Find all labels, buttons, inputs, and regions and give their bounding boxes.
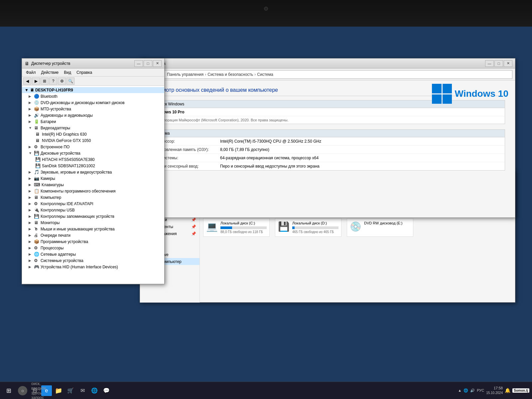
ram-value: 8,00 ГБ (7,89 ГБ доступно) — [220, 147, 501, 152]
usb-label: Контроллеры USB — [41, 208, 75, 212]
bluetooth-label: Bluetooth — [41, 94, 58, 99]
tree-item-audio[interactable]: ▶ 🔊 Аудиовходы и аудиовыходы — [22, 112, 164, 118]
hid-icon: 🎮 — [34, 264, 39, 269]
mail-icon[interactable]: ✉ — [77, 385, 88, 396]
monitors-expand: ▶ — [29, 221, 33, 224]
store-icon[interactable]: 🛒 — [65, 385, 76, 396]
win-square-br — [443, 94, 452, 104]
mtd-expand: ▶ — [29, 107, 33, 111]
computer-icon: 🖥 — [30, 88, 34, 92]
sandisk-icon: 💾 — [35, 163, 41, 168]
monitors-label: Мониторы — [41, 220, 60, 225]
tree-item-mice[interactable]: ▶ 🖱 Мыши и иные указывающие устройства — [22, 226, 164, 232]
pen-value: Перо и сенсорный ввод недоступны для это… — [220, 164, 501, 169]
tree-item-video[interactable]: ▼ 🖥 Видеоадаптеры — [22, 125, 164, 131]
storage-label: Контроллеры запоминающих устройств — [41, 214, 114, 219]
tree-item-sysdev[interactable]: ▶ ⚙ Системные устройства — [22, 257, 164, 264]
print-icon: 🖨 — [34, 233, 39, 238]
browser-icon[interactable]: 🌐 — [89, 385, 100, 396]
forward-button[interactable]: ▶ — [32, 77, 40, 85]
tree-subitem-hitachi[interactable]: 💾 HITACHI HTS54S050A7E380 — [22, 156, 164, 163]
drive-d-info: Локальный диск (D:) 465 ГБ свободно из 4… — [292, 221, 338, 234]
tree-item-bluetooth[interactable]: ▶ 🔵 Bluetooth — [22, 93, 164, 99]
tree-item-hid[interactable]: ▶ 🎮 Устройства HID (Human Interface Devi… — [22, 264, 164, 270]
processor-row: Процессор: Intel(R) Core(TM) i5-7300HQ C… — [150, 137, 505, 146]
tree-item-processors[interactable]: ▶ ⚙ Процессоры — [22, 245, 164, 251]
menu-help[interactable]: Справка — [74, 69, 95, 75]
sys-close[interactable]: ✕ — [504, 60, 512, 67]
tree-item-battery[interactable]: ▶ 🔋 Батареи — [22, 118, 164, 125]
tree-item-disk[interactable]: ▼ 💾 Дисковые устройства — [22, 150, 164, 156]
device-manager-window: 🖥 Диспетчер устройств — □ ✕ Файл Действи… — [22, 58, 165, 284]
system-addressbar: ◀ ↻ Панель управления › Система и безопа… — [140, 68, 515, 80]
battery-icon: 🔋 — [34, 119, 39, 124]
toolbar-btn-4[interactable]: 🔍 — [66, 77, 74, 85]
tree-item-softdev[interactable]: ▶ 📦 Программные устройства — [22, 238, 164, 245]
tree-item-keyboard[interactable]: ▶ ⌨ Клавиатуры — [22, 182, 164, 188]
tree-item-dvd[interactable]: ▶ 💿 DVD-дисководы и дисководы компакт-ди… — [22, 99, 164, 106]
toolbar-btn-1[interactable]: ⊞ — [41, 77, 49, 85]
drive-e[interactable]: 💿 DVD RW дисковод (E:) — [347, 218, 413, 237]
pen-row: Перо и сенсорный ввод: Перо и сенсорный … — [150, 162, 505, 170]
system-address-box[interactable]: Панель управления › Система и безопаснос… — [164, 70, 512, 79]
search-taskbar-placeholder: оиск, введите здесь запрос — [31, 381, 46, 399]
drive-e-icon: 💿 — [350, 221, 361, 232]
cortana-button[interactable]: ○ — [18, 386, 27, 395]
tree-subitem-sandisk[interactable]: 💾 SanDisk SDBSNAT128G1002 — [22, 163, 164, 169]
menu-file[interactable]: Файл — [23, 69, 39, 75]
net-label: Сетевые адаптеры — [41, 252, 76, 257]
camera-label: Камеры — [41, 176, 55, 181]
camera-icon: 📷 — [34, 176, 39, 181]
minimize-button[interactable]: — — [134, 60, 143, 67]
sound-icon: 🎵 — [34, 170, 39, 175]
tree-item-firmware[interactable]: ▶ ⚙ Встроенное ПО — [22, 144, 164, 150]
drive-c-space: 88,0 ГБ свободно из 118 ГБ — [220, 230, 267, 234]
drive-c-info: Локальный диск (C:) 88,0 ГБ свободно из … — [220, 221, 267, 234]
keyboard-icon: ⌨ — [34, 182, 40, 187]
desktop: 🖥 Диспетчер устройств — □ ✕ Файл Действи… — [0, 27, 532, 399]
chat-icon[interactable]: 💬 — [101, 385, 112, 396]
tree-root-computer[interactable]: ▼ 🖥 DESKTOP-LH10FR9 — [22, 87, 164, 93]
tree-item-mtd[interactable]: ▶ 📦 MTD-устройства — [22, 106, 164, 112]
windows-copyright-row: © Корпорация Майкрософт (Microsoft Corpo… — [150, 116, 505, 124]
sys-restore[interactable]: □ — [494, 60, 503, 67]
menu-view[interactable]: Вид — [61, 69, 74, 75]
tree-item-computer[interactable]: ▶ 🖥 Компьютер — [22, 194, 164, 200]
notification-button[interactable]: 🔔 — [505, 388, 510, 393]
firmware-expand: ▶ — [29, 145, 33, 149]
laptop-bezel — [0, 0, 532, 27]
tree-item-ide[interactable]: ▶ ⚙ Контроллеры IDE ATA/ATAPI — [22, 200, 164, 207]
toolbar-btn-3[interactable]: ⚙ — [58, 77, 66, 85]
tree-item-storage[interactable]: ▶ 💾 Контроллеры запоминающих устройств — [22, 213, 164, 219]
mice-icon: 🖱 — [34, 226, 39, 231]
sys-minimize[interactable]: — — [485, 60, 494, 67]
windows-copyright: © Корпорация Майкрософт (Microsoft Corpo… — [154, 118, 501, 122]
start-button[interactable]: ⊞ — [3, 385, 14, 396]
menu-action[interactable]: Действие — [39, 69, 62, 75]
tree-item-sound[interactable]: ▶ 🎵 Звуковые, игровые и видеоустройства — [22, 169, 164, 175]
restore-button[interactable]: □ — [144, 60, 152, 67]
tree-item-print[interactable]: ▶ 🖨 Очереди печати — [22, 232, 164, 238]
drive-d[interactable]: 💾 Локальный диск (D:) 465 ГБ свободно из… — [275, 218, 341, 237]
tree-item-usb[interactable]: ▶ 🔌 Контроллеры USB — [22, 207, 164, 213]
pin-icon-docs: 📌 — [191, 224, 196, 229]
file-explorer-taskbar-icon[interactable]: 📁 — [53, 385, 64, 396]
battery-expand: ▶ — [29, 120, 33, 123]
keyboard-label: Клавиатуры — [42, 183, 64, 187]
close-button[interactable]: ✕ — [153, 60, 162, 67]
tree-item-monitors[interactable]: ▶ 🖥 Мониторы — [22, 219, 164, 226]
drive-d-name: Локальный диск (D:) — [292, 221, 338, 225]
tree-item-network[interactable]: ▶ 🌐 Сетевые адаптеры — [22, 251, 164, 257]
audio-icon: 🔊 — [34, 113, 39, 118]
tree-subitem-nvidia-gpu[interactable]: 🖥 NVIDIA GeForce GTX 1050 — [22, 137, 164, 144]
toolbar-btn-2[interactable]: ? — [49, 77, 57, 85]
taskbar-arrow-up[interactable]: ▲ — [458, 388, 462, 392]
drive-e-name: DVD RW дисковод (E:) — [364, 221, 410, 225]
drive-c[interactable]: 💻 Локальный диск (C:) 88,0 ГБ свободно и… — [203, 218, 270, 237]
tree-subitem-intel-gpu[interactable]: 🖥 Intel(R) HD Graphics 630 — [22, 131, 164, 137]
sound-expand: ▶ — [29, 170, 33, 174]
back-button[interactable]: ◀ — [23, 77, 31, 85]
video-icon: 🖥 — [34, 125, 39, 130]
tree-item-camera[interactable]: ▶ 📷 Камеры — [22, 175, 164, 182]
tree-item-software[interactable]: ▶ 📋 Компоненты программного обеспечения — [22, 188, 164, 194]
